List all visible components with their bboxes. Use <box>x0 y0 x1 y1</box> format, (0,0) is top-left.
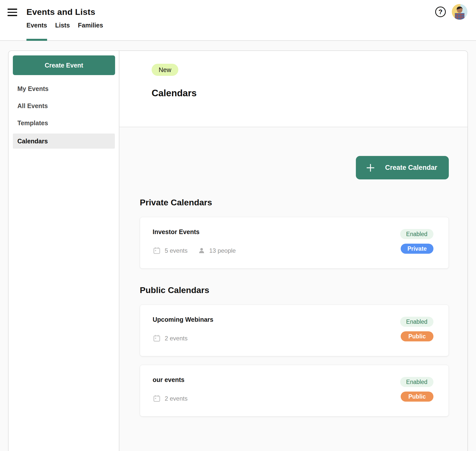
card-badges: Enabled Public <box>400 376 433 416</box>
card-meta-row: 5 events 13 people <box>153 246 236 255</box>
visibility-badge: Private <box>401 244 433 254</box>
section-heading-public: Public Calendars <box>140 285 449 295</box>
card-left: Upcoming Webinars 2 events <box>153 316 213 356</box>
main-area: New Calendars Create Calendar Private Ca… <box>119 51 467 451</box>
tab-families[interactable]: Families <box>78 22 103 41</box>
people-count: 13 people <box>198 247 236 254</box>
calendar-card-title: Investor Events <box>153 228 236 236</box>
status-badge: Enabled <box>400 229 433 239</box>
sidebar-item-my-events[interactable]: My Events <box>13 80 115 97</box>
visibility-badge: Public <box>401 331 433 341</box>
events-count: 5 events <box>153 246 188 255</box>
avatar-photo <box>452 4 467 20</box>
card-badges: Enabled Public <box>400 316 433 356</box>
help-icon[interactable]: ? <box>435 7 446 17</box>
tab-lists[interactable]: Lists <box>55 22 70 41</box>
avatar[interactable] <box>452 4 467 20</box>
person-icon <box>198 247 206 254</box>
card-left: Investor Events 5 events <box>153 228 236 268</box>
page-header: New Calendars <box>119 51 467 127</box>
create-calendar-label: Create Calendar <box>385 164 437 172</box>
calendar-icon <box>153 334 161 342</box>
events-count-label: 2 events <box>165 395 188 402</box>
page-background-strip <box>0 41 476 50</box>
sidebar-nav: My Events All Events Templates Calendars <box>13 80 115 149</box>
hamburger-menu-icon[interactable] <box>8 9 17 16</box>
calendar-card-title: Upcoming Webinars <box>153 316 213 323</box>
events-count-label: 5 events <box>165 247 188 254</box>
tab-events[interactable]: Events <box>26 22 47 41</box>
status-badge: Enabled <box>400 377 433 387</box>
visibility-badge: Public <box>401 392 433 402</box>
calendar-icon <box>153 394 161 403</box>
calendar-card-our-events[interactable]: our events 2 events <box>140 365 449 416</box>
status-badge: Enabled <box>400 317 433 327</box>
sidebar-item-templates[interactable]: Templates <box>13 114 115 132</box>
people-count-label: 13 people <box>209 247 236 254</box>
calendar-icon <box>153 246 161 255</box>
plus-icon <box>366 163 375 172</box>
app-title: Events and Lists <box>26 7 95 17</box>
card-meta-row: 2 events <box>153 334 213 342</box>
card-left: our events 2 events <box>153 376 188 416</box>
events-count: 2 events <box>153 394 188 403</box>
calendar-card-investor-events[interactable]: Investor Events 5 events <box>140 217 449 269</box>
events-count: 2 events <box>153 334 188 342</box>
sidebar-item-all-events[interactable]: All Events <box>13 97 115 114</box>
page-title: Calendars <box>152 88 467 99</box>
new-badge: New <box>152 64 178 76</box>
app-bar: Events and Lists ? Events <box>0 0 476 41</box>
card-meta-row: 2 events <box>153 394 188 403</box>
calendars-content: Create Calendar Private Calendars Invest… <box>119 127 467 451</box>
create-calendar-button[interactable]: Create Calendar <box>356 156 449 179</box>
tab-bar: Events Lists Families <box>26 18 476 41</box>
card-badges: Enabled Private <box>400 228 433 268</box>
content-panel: Create Event My Events All Events Templa… <box>8 50 468 451</box>
sidebar: Create Event My Events All Events Templa… <box>9 51 119 451</box>
calendar-card-title: our events <box>153 376 188 383</box>
section-heading-private: Private Calendars <box>140 197 449 208</box>
events-count-label: 2 events <box>165 335 188 342</box>
create-event-button[interactable]: Create Event <box>13 55 115 75</box>
sidebar-item-calendars[interactable]: Calendars <box>13 134 115 149</box>
calendar-card-upcoming-webinars[interactable]: Upcoming Webinars 2 events <box>140 305 449 356</box>
